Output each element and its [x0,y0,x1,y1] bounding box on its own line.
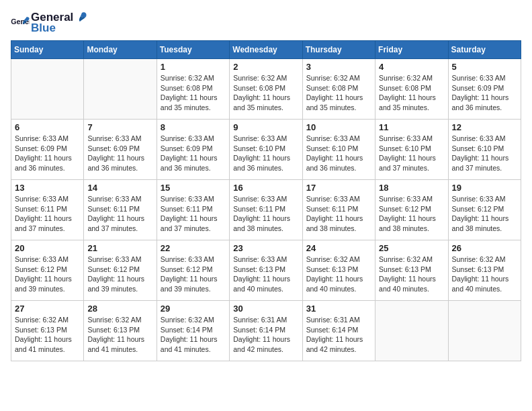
day-number: 5 [452,62,517,72]
day-info: Sunrise: 6:33 AMSunset: 6:09 PMDaylight:… [87,134,152,173]
day-number: 30 [233,304,298,314]
day-info: Sunrise: 6:32 AMSunset: 6:13 PMDaylight:… [452,255,517,294]
day-info: Sunrise: 6:32 AMSunset: 6:13 PMDaylight:… [379,255,444,294]
day-number: 6 [15,122,80,132]
day-info: Sunrise: 6:33 AMSunset: 6:13 PMDaylight:… [233,255,298,294]
day-number: 2 [233,62,298,72]
weekday-header-friday: Friday [375,41,448,59]
weekday-header-thursday: Thursday [302,41,375,59]
logo-icon: General [11,16,30,30]
day-info: Sunrise: 6:33 AMSunset: 6:11 PMDaylight:… [233,194,298,234]
day-info: Sunrise: 6:33 AMSunset: 6:09 PMDaylight:… [452,73,517,113]
calendar-cell: 2Sunrise: 6:32 AMSunset: 6:08 PMDaylight… [230,59,302,120]
day-number: 25 [379,243,444,253]
day-info: Sunrise: 6:33 AMSunset: 6:10 PMDaylight:… [379,134,444,173]
day-number: 17 [306,183,371,193]
calendar-cell: 1Sunrise: 6:32 AMSunset: 6:08 PMDaylight… [157,59,229,120]
calendar-cell [84,59,157,120]
calendar-cell: 7Sunrise: 6:33 AMSunset: 6:09 PMDaylight… [84,120,157,180]
week-row-4: 20Sunrise: 6:33 AMSunset: 6:12 PMDayligh… [11,240,521,301]
day-info: Sunrise: 6:32 AMSunset: 6:08 PMDaylight:… [379,73,444,113]
calendar-cell: 21Sunrise: 6:33 AMSunset: 6:12 PMDayligh… [84,240,157,301]
logo-bird-icon [74,11,89,24]
week-row-5: 27Sunrise: 6:32 AMSunset: 6:13 PMDayligh… [11,301,521,361]
day-number: 18 [379,183,444,193]
day-info: Sunrise: 6:33 AMSunset: 6:10 PMDaylight:… [306,134,371,173]
day-info: Sunrise: 6:33 AMSunset: 6:11 PMDaylight:… [87,194,152,234]
day-info: Sunrise: 6:33 AMSunset: 6:12 PMDaylight:… [15,255,80,294]
calendar-cell: 18Sunrise: 6:33 AMSunset: 6:12 PMDayligh… [375,180,448,240]
day-info: Sunrise: 6:32 AMSunset: 6:08 PMDaylight:… [306,73,371,113]
week-row-1: 1Sunrise: 6:32 AMSunset: 6:08 PMDaylight… [11,59,521,120]
weekday-header-sunday: Sunday [11,41,84,59]
day-number: 20 [15,243,80,253]
day-info: Sunrise: 6:32 AMSunset: 6:13 PMDaylight:… [306,255,371,294]
day-number: 3 [306,62,371,72]
calendar-cell: 25Sunrise: 6:32 AMSunset: 6:13 PMDayligh… [375,240,448,301]
day-number: 9 [233,122,298,132]
day-info: Sunrise: 6:31 AMSunset: 6:14 PMDaylight:… [306,315,371,355]
calendar-cell: 4Sunrise: 6:32 AMSunset: 6:08 PMDaylight… [375,59,448,120]
day-info: Sunrise: 6:33 AMSunset: 6:09 PMDaylight:… [15,134,80,173]
calendar-cell: 15Sunrise: 6:33 AMSunset: 6:11 PMDayligh… [157,180,229,240]
calendar-cell: 28Sunrise: 6:32 AMSunset: 6:13 PMDayligh… [84,301,157,361]
day-number: 12 [452,122,517,132]
day-info: Sunrise: 6:33 AMSunset: 6:11 PMDaylight:… [161,194,226,234]
calendar-cell: 17Sunrise: 6:33 AMSunset: 6:11 PMDayligh… [302,180,375,240]
day-info: Sunrise: 6:33 AMSunset: 6:10 PMDaylight:… [452,134,517,173]
day-info: Sunrise: 6:33 AMSunset: 6:12 PMDaylight:… [161,255,226,294]
logo-text-block: General Blue [31,11,89,35]
calendar-cell: 5Sunrise: 6:33 AMSunset: 6:09 PMDaylight… [448,59,521,120]
calendar-cell: 3Sunrise: 6:32 AMSunset: 6:08 PMDaylight… [302,59,375,120]
calendar-cell: 27Sunrise: 6:32 AMSunset: 6:13 PMDayligh… [11,301,84,361]
day-info: Sunrise: 6:33 AMSunset: 6:12 PMDaylight:… [87,255,152,294]
calendar-cell: 24Sunrise: 6:32 AMSunset: 6:13 PMDayligh… [302,240,375,301]
day-number: 16 [233,183,298,193]
day-info: Sunrise: 6:33 AMSunset: 6:12 PMDaylight:… [379,194,444,234]
calendar-cell: 11Sunrise: 6:33 AMSunset: 6:10 PMDayligh… [375,120,448,180]
weekday-header-monday: Monday [84,41,157,59]
calendar-cell: 20Sunrise: 6:33 AMSunset: 6:12 PMDayligh… [11,240,84,301]
day-number: 19 [452,183,517,193]
day-number: 14 [87,183,152,193]
day-number: 27 [15,304,80,314]
week-row-3: 13Sunrise: 6:33 AMSunset: 6:11 PMDayligh… [11,180,521,240]
day-number: 15 [161,183,226,193]
calendar-cell: 26Sunrise: 6:32 AMSunset: 6:13 PMDayligh… [448,240,521,301]
calendar-cell [448,301,521,361]
calendar-cell [375,301,448,361]
calendar-cell: 6Sunrise: 6:33 AMSunset: 6:09 PMDaylight… [11,120,84,180]
calendar-cell [11,59,84,120]
calendar-cell: 30Sunrise: 6:31 AMSunset: 6:14 PMDayligh… [230,301,302,361]
day-number: 13 [15,183,80,193]
calendar-cell: 13Sunrise: 6:33 AMSunset: 6:11 PMDayligh… [11,180,84,240]
calendar-cell: 9Sunrise: 6:33 AMSunset: 6:10 PMDaylight… [230,120,302,180]
day-info: Sunrise: 6:33 AMSunset: 6:11 PMDaylight:… [306,194,371,234]
day-number: 8 [161,122,226,132]
day-number: 23 [233,243,298,253]
day-info: Sunrise: 6:33 AMSunset: 6:12 PMDaylight:… [452,194,517,234]
day-number: 26 [452,243,517,253]
day-number: 7 [87,122,152,132]
day-number: 22 [161,243,226,253]
page-header: General General Blue [11,11,521,35]
weekday-header-saturday: Saturday [448,41,521,59]
day-info: Sunrise: 6:32 AMSunset: 6:13 PMDaylight:… [15,315,80,355]
day-number: 24 [306,243,371,253]
day-info: Sunrise: 6:32 AMSunset: 6:08 PMDaylight:… [233,73,298,113]
day-info: Sunrise: 6:33 AMSunset: 6:10 PMDaylight:… [233,134,298,173]
day-info: Sunrise: 6:32 AMSunset: 6:13 PMDaylight:… [87,315,152,355]
day-number: 31 [306,304,371,314]
calendar-cell: 29Sunrise: 6:32 AMSunset: 6:14 PMDayligh… [157,301,229,361]
day-number: 29 [161,304,226,314]
calendar-cell: 19Sunrise: 6:33 AMSunset: 6:12 PMDayligh… [448,180,521,240]
weekday-header-wednesday: Wednesday [230,41,302,59]
calendar-cell: 23Sunrise: 6:33 AMSunset: 6:13 PMDayligh… [230,240,302,301]
calendar-cell: 22Sunrise: 6:33 AMSunset: 6:12 PMDayligh… [157,240,229,301]
day-number: 11 [379,122,444,132]
calendar-cell: 8Sunrise: 6:33 AMSunset: 6:09 PMDaylight… [157,120,229,180]
day-number: 4 [379,62,444,72]
calendar-cell: 12Sunrise: 6:33 AMSunset: 6:10 PMDayligh… [448,120,521,180]
day-info: Sunrise: 6:31 AMSunset: 6:14 PMDaylight:… [233,315,298,355]
calendar-cell: 31Sunrise: 6:31 AMSunset: 6:14 PMDayligh… [302,301,375,361]
